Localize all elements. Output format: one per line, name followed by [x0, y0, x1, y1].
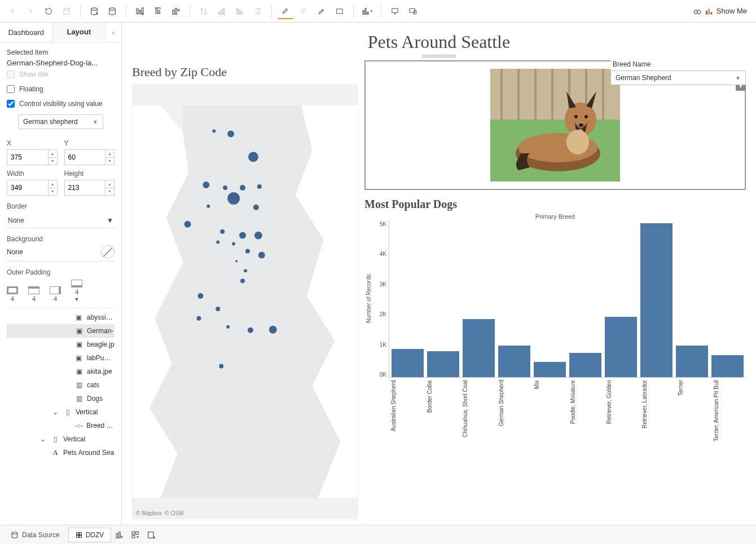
svg-rect-14: [237, 8, 238, 14]
totals-icon[interactable]: [250, 3, 266, 19]
control-visibility-checkbox[interactable]: Control visibility using value: [7, 100, 115, 108]
svg-rect-18: [363, 10, 364, 14]
tree-item-image[interactable]: ▣labPuppy: [7, 351, 115, 365]
data-source-icon: [11, 531, 19, 539]
bar[interactable]: [569, 353, 601, 377]
sheet-tab[interactable]: DDZV: [68, 528, 112, 542]
border-dropdown[interactable]: None▼: [7, 213, 115, 228]
bar[interactable]: [392, 349, 424, 377]
svg-rect-27: [708, 8, 710, 14]
svg-point-36: [257, 184, 262, 189]
svg-point-49: [244, 269, 247, 272]
tree-item-param[interactable]: -○-Breed Name: [7, 419, 115, 432]
svg-point-45: [232, 242, 235, 246]
svg-point-34: [223, 185, 227, 190]
image-icon: ▣: [74, 353, 83, 362]
svg-point-30: [212, 130, 216, 133]
format-icon[interactable]: [314, 3, 329, 19]
svg-point-39: [253, 205, 259, 210]
new-dashboard-icon[interactable]: [128, 528, 143, 542]
duplicate-icon[interactable]: [150, 3, 166, 19]
bar[interactable]: [605, 317, 637, 377]
sheet-icon: ▥: [74, 394, 83, 403]
svg-rect-26: [706, 10, 707, 14]
bar[interactable]: [640, 223, 673, 377]
new-sheet-icon[interactable]: [132, 3, 148, 19]
data-source-tab[interactable]: Data Source: [3, 528, 67, 542]
svg-rect-84: [132, 535, 135, 538]
svg-point-24: [694, 10, 697, 14]
svg-point-71: [574, 115, 578, 118]
new-data-icon[interactable]: [86, 3, 102, 19]
highlight-icon[interactable]: [278, 3, 293, 19]
save-icon[interactable]: [59, 3, 74, 19]
svg-rect-9: [173, 10, 174, 14]
refresh-data-icon[interactable]: [104, 3, 120, 19]
breed-filter-dropdown[interactable]: German Shepherd▼: [610, 70, 746, 85]
svg-rect-28: [710, 12, 712, 15]
x-input[interactable]: ▲▼: [7, 149, 58, 165]
tree-item-sheet[interactable]: ▥cats: [7, 378, 115, 392]
undo-icon[interactable]: [41, 3, 56, 19]
background-swatch[interactable]: [101, 245, 115, 259]
tree-item-image[interactable]: ▣abyssinia: [7, 311, 115, 324]
show-me-button[interactable]: Show Me: [688, 6, 751, 16]
tree-item-image[interactable]: ▣akita.jpe: [7, 365, 115, 378]
image-icon: ▣: [74, 313, 83, 322]
label-icon[interactable]: [296, 3, 311, 19]
forward-icon[interactable]: [23, 3, 38, 19]
swap-icon[interactable]: [196, 3, 212, 19]
bar[interactable]: [427, 351, 459, 377]
new-story-icon[interactable]: [144, 528, 159, 542]
popular-dogs-chart[interactable]: Number of Records 5K4K3K2K1K0K: [364, 220, 746, 378]
tree-item-image[interactable]: ▣beagle.jp: [7, 338, 115, 351]
collapse-pane-icon[interactable]: ‹: [106, 23, 121, 42]
dashboard-canvas[interactable]: Pets Around Seattle Breed by Zip Code: [122, 23, 756, 525]
svg-rect-16: [241, 12, 243, 14]
svg-rect-59: [490, 69, 620, 120]
floating-checkbox[interactable]: Floating: [7, 85, 115, 93]
svg-rect-19: [365, 8, 366, 14]
bar[interactable]: [711, 355, 744, 377]
tab-dashboard[interactable]: Dashboard: [0, 23, 53, 42]
clear-icon[interactable]: [168, 3, 184, 19]
tree-item-text[interactable]: APets Around Sea: [7, 446, 115, 459]
show-me-bars-icon: [705, 7, 713, 15]
height-input[interactable]: ▲▼: [64, 180, 115, 196]
tree-item-container[interactable]: ⌄▯Vertical: [7, 405, 115, 419]
bar-chart-subtitle: Primary Breed: [364, 213, 746, 220]
new-worksheet-icon[interactable]: [112, 528, 127, 542]
device-preview-icon[interactable]: [405, 3, 421, 19]
bar[interactable]: [676, 346, 708, 377]
svg-point-54: [226, 325, 230, 329]
bar[interactable]: [463, 319, 495, 377]
svg-point-42: [239, 232, 246, 239]
breed-map[interactable]: © Mapbox © OSM: [132, 84, 358, 519]
tab-layout[interactable]: Layout: [53, 23, 106, 42]
svg-point-41: [220, 229, 225, 234]
svg-point-40: [184, 221, 191, 228]
y-input[interactable]: ▲▼: [64, 149, 115, 165]
svg-point-46: [245, 249, 250, 253]
svg-point-56: [269, 326, 277, 334]
svg-rect-79: [79, 535, 81, 537]
fit-dropdown-icon[interactable]: [359, 3, 375, 19]
show-title-checkbox[interactable]: Show title: [7, 70, 115, 78]
outer-padding-controls[interactable]: 4 4 4 4▼: [7, 280, 115, 302]
tree-item-container[interactable]: ⌄▯Vertical: [7, 432, 115, 446]
back-icon[interactable]: [5, 3, 20, 19]
fit-icon[interactable]: [332, 3, 348, 19]
bar[interactable]: [534, 362, 566, 377]
sort-desc-icon[interactable]: [232, 3, 248, 19]
svg-rect-8: [159, 10, 160, 13]
tree-item-sheet[interactable]: ▥Dogs: [7, 392, 115, 405]
vertical-container-icon: ▯: [51, 435, 60, 444]
param-icon: -○-: [74, 421, 83, 430]
presentation-icon[interactable]: [387, 3, 403, 19]
sheet-icon: ▥: [74, 381, 83, 390]
width-input[interactable]: ▲▼: [7, 180, 58, 196]
bar[interactable]: [498, 346, 530, 377]
tree-item-image[interactable]: ▣German-: [7, 324, 115, 338]
control-visibility-dropdown[interactable]: German shepherd▼: [18, 114, 103, 129]
sort-asc-icon[interactable]: [214, 3, 230, 19]
